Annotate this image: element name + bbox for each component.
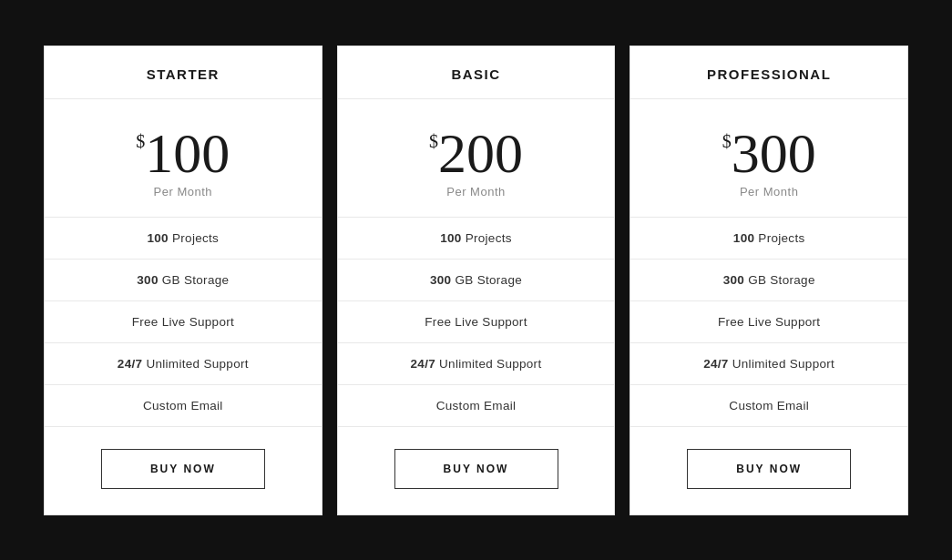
feature-bold-starter-0: 100 [148,231,169,245]
price-amount-professional: 300 [732,125,816,181]
price-period-starter: Per Month [54,185,312,199]
pricing-card-basic: BASIC$200Per Month100 Projects300 GB Sto… [337,46,616,515]
feature-row-basic-4: Custom Email [338,385,615,427]
button-section-professional: BUY NOW [630,427,907,514]
feature-row-starter-4: Custom Email [45,385,322,427]
feature-bold-professional-0: 100 [733,231,754,245]
price-section-professional: $300Per Month [630,99,907,218]
buy-button-basic[interactable]: BUY NOW [394,449,558,489]
feature-row-professional-1: 300 GB Storage [630,260,907,301]
price-wrapper-basic: $200 [347,125,606,181]
feature-row-basic-0: 100 Projects [338,218,615,260]
feature-row-professional-0: 100 Projects [630,218,907,260]
price-currency-professional: $ [722,132,732,150]
pricing-card-professional: PROFESSIONAL$300Per Month100 Projects300… [630,46,908,515]
price-wrapper-professional: $300 [640,125,898,181]
feature-bold-basic-3: 24/7 [411,357,435,371]
card-title-basic: BASIC [347,66,606,82]
price-section-starter: $100Per Month [45,99,322,218]
buy-button-starter[interactable]: BUY NOW [101,449,265,489]
pricing-container: STARTER$100Per Month100 Projects300 GB S… [0,18,952,543]
feature-row-starter-1: 300 GB Storage [45,260,322,301]
feature-row-starter-0: 100 Projects [45,218,322,260]
price-period-professional: Per Month [640,185,898,199]
feature-bold-starter-3: 24/7 [118,357,142,371]
price-wrapper-starter: $100 [54,125,312,181]
card-header-basic: BASIC [338,46,615,99]
feature-bold-starter-1: 300 [137,273,158,287]
feature-bold-basic-1: 300 [430,273,451,287]
feature-row-professional-4: Custom Email [630,385,907,427]
feature-row-basic-1: 300 GB Storage [338,260,615,301]
price-section-basic: $200Per Month [338,99,615,218]
button-section-basic: BUY NOW [338,427,615,514]
card-title-starter: STARTER [54,66,312,82]
price-currency-starter: $ [136,132,145,150]
feature-row-starter-3: 24/7 Unlimited Support [45,343,322,385]
pricing-card-starter: STARTER$100Per Month100 Projects300 GB S… [44,46,322,515]
feature-row-professional-2: Free Live Support [630,301,907,343]
feature-row-professional-3: 24/7 Unlimited Support [630,343,907,385]
price-amount-starter: 100 [145,125,230,181]
price-period-basic: Per Month [347,185,606,199]
price-amount-basic: 200 [438,125,523,181]
card-header-starter: STARTER [45,46,322,99]
button-section-starter: BUY NOW [45,427,322,514]
feature-row-starter-2: Free Live Support [45,301,322,343]
feature-row-basic-2: Free Live Support [338,301,615,343]
feature-row-basic-3: 24/7 Unlimited Support [338,343,615,385]
card-header-professional: PROFESSIONAL [630,46,907,99]
feature-bold-professional-3: 24/7 [703,357,728,371]
feature-bold-basic-0: 100 [440,231,461,245]
feature-bold-professional-1: 300 [723,273,744,287]
buy-button-professional[interactable]: BUY NOW [687,449,851,489]
card-title-professional: PROFESSIONAL [640,66,898,82]
price-currency-basic: $ [429,132,438,150]
